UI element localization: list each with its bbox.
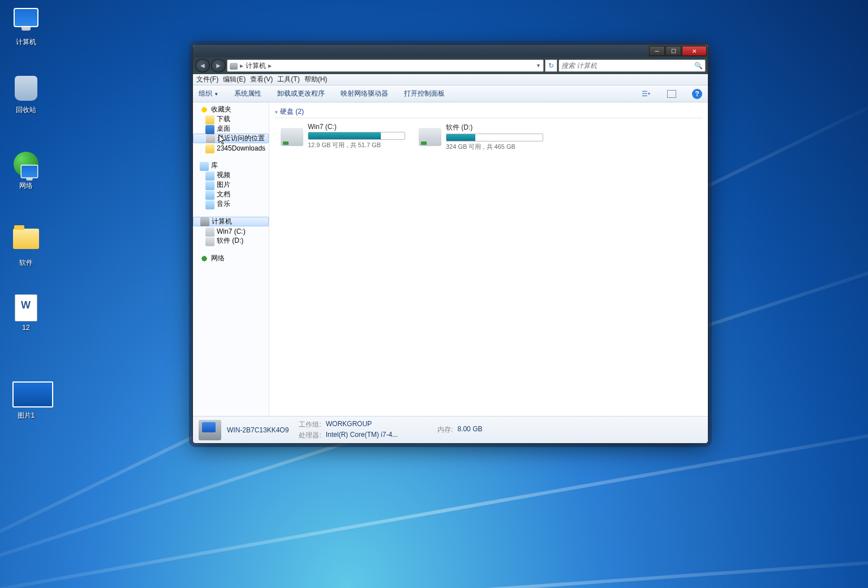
statusbar: WIN-2B7C13KK4O9 工作组: WORKGROUP 处理器: Inte… [193, 416, 708, 443]
desktop-icon-doc12[interactable]: 12 [2, 294, 50, 332]
drive-stat: 12.9 GB 可用 , 共 51.7 GB [308, 141, 405, 149]
drive-d[interactable]: 软件 (D:) 324 GB 可用 , 共 465 GB [419, 123, 543, 151]
sidebar-music[interactable]: 音乐 [193, 199, 269, 209]
drive-usage-bar [446, 134, 543, 141]
sidebar-pictures[interactable]: 图片 [193, 180, 269, 190]
workgroup-value: WORKGROUP [326, 420, 398, 430]
titlebar[interactable]: ─ ☐ ✕ [193, 45, 708, 57]
toolbar-uninstall[interactable]: 卸载或更改程序 [277, 89, 325, 98]
sidebar-downloads[interactable]: 下载 [193, 114, 269, 124]
drive-name: Win7 (C:) [308, 123, 405, 131]
toolbar: 组织 ▼ 系统属性 卸载或更改程序 映射网络驱动器 打开控制面板 ☰ ▾ ? [193, 85, 708, 102]
preview-pane-icon[interactable] [667, 90, 676, 98]
desktop-label: 网络 [2, 181, 50, 191]
computer-icon [230, 63, 238, 70]
desktop-label: 计算机 [2, 37, 50, 47]
toolbar-organize[interactable]: 组织 ▼ [199, 89, 218, 98]
forward-button[interactable]: ► [211, 59, 226, 72]
drive-icon [281, 128, 303, 146]
cpu-value: Intel(R) Core(TM) i7-4... [326, 431, 398, 440]
cpu-label: 处理器: [299, 431, 321, 440]
desktop-icon-recycle[interactable]: 回收站 [2, 76, 50, 115]
drive-icon [205, 237, 214, 246]
dropdown-icon[interactable]: ▼ [536, 63, 541, 68]
drive-c[interactable]: Win7 (C:) 12.9 GB 可用 , 共 51.7 GB [281, 123, 405, 151]
folder-icon [205, 144, 214, 153]
sidebar-2345downloads[interactable]: 2345Downloads [193, 143, 269, 153]
star-icon [200, 105, 209, 114]
desktop-label: 12 [2, 324, 50, 332]
close-button[interactable]: ✕ [682, 46, 707, 56]
sidebar-drive-c[interactable]: Win7 (C:) [193, 226, 269, 236]
recent-icon [206, 134, 215, 143]
breadcrumb-sep: ▸ [240, 62, 243, 70]
desktop-label: 软件 [2, 258, 50, 268]
sidebar-desktop[interactable]: 桌面 [193, 124, 269, 134]
menubar: 文件(F) 编辑(E) 查看(V) 工具(T) 帮助(H) [193, 74, 708, 85]
drive-icon [419, 128, 441, 146]
help-icon[interactable]: ? [692, 89, 702, 99]
navbar: ◄ ► ▸ 计算机 ▸ ▼ ↻ 🔍 [193, 57, 708, 74]
desktop-icon [205, 125, 214, 134]
mem-label: 内存: [437, 425, 453, 435]
menu-tools[interactable]: 工具(T) [277, 75, 299, 84]
picture-icon [205, 181, 214, 190]
mem-value: 8.00 GB [457, 425, 482, 435]
view-mode-icon[interactable]: ☰ ▾ [640, 88, 651, 100]
menu-help[interactable]: 帮助(H) [304, 75, 328, 84]
drive-icon [205, 228, 214, 237]
minimize-button[interactable]: ─ [649, 46, 665, 56]
sidebar-libraries[interactable]: 库 [193, 161, 269, 170]
desktop-icon-network[interactable]: 网络 [2, 152, 50, 191]
menu-file[interactable]: 文件(F) [196, 75, 218, 84]
section-header-disks[interactable]: ▾ 硬盘 (2) [275, 106, 702, 118]
drive-usage-bar [308, 132, 405, 140]
drive-stat: 324 GB 可用 , 共 465 GB [446, 143, 543, 151]
computer-name: WIN-2B7C13KK4O9 [227, 426, 289, 434]
desktop-label: 回收站 [2, 105, 50, 115]
sidebar-recent[interactable]: 最近访问的位置 [193, 134, 269, 143]
library-icon [200, 162, 209, 171]
sidebar-computer[interactable]: 计算机 [193, 217, 269, 226]
document-icon [205, 191, 214, 200]
address-bar[interactable]: ▸ 计算机 ▸ ▼ [227, 59, 544, 72]
sidebar-favorites[interactable]: 收藏夹 [193, 105, 269, 114]
collapse-icon[interactable]: ▾ [275, 109, 278, 115]
folder-icon [205, 115, 214, 125]
video-icon [205, 171, 214, 181]
menu-view[interactable]: 查看(V) [250, 75, 273, 84]
toolbar-controlpanel[interactable]: 打开控制面板 [404, 89, 445, 98]
computer-icon [199, 420, 221, 440]
sidebar-drive-d[interactable]: 软件 (D:) [193, 236, 269, 246]
drive-name: 软件 (D:) [446, 123, 543, 132]
toolbar-mapdrive[interactable]: 映射网络驱动器 [341, 89, 388, 98]
desktop-icon-pic1[interactable]: 图片1 [2, 381, 50, 420]
breadcrumb[interactable]: 计算机 [246, 61, 266, 71]
sidebar-videos[interactable]: 视频 [193, 170, 269, 180]
network-icon [200, 254, 209, 263]
sidebar-network[interactable]: 网络 [193, 254, 269, 263]
maximize-button[interactable]: ☐ [665, 46, 681, 56]
explorer-window: ─ ☐ ✕ ◄ ► ▸ 计算机 ▸ ▼ ↻ 🔍 文件(F) 编辑(E) 查看(V… [192, 44, 708, 444]
desktop-icon-software[interactable]: 软件 [2, 225, 50, 268]
search-box[interactable]: 🔍 [558, 59, 706, 72]
workgroup-label: 工作组: [299, 420, 321, 430]
menu-edit[interactable]: 编辑(E) [223, 75, 246, 84]
content-pane: ▾ 硬盘 (2) Win7 (C:) 12.9 GB 可用 , 共 51.7 G… [269, 102, 708, 416]
music-icon [205, 200, 214, 209]
section-label: 硬盘 (2) [280, 107, 304, 117]
desktop-label: 图片1 [2, 411, 50, 420]
sidebar-documents[interactable]: 文档 [193, 190, 269, 199]
breadcrumb-sep[interactable]: ▸ [268, 62, 272, 70]
computer-icon [200, 217, 209, 226]
refresh-button[interactable]: ↻ [545, 59, 557, 72]
desktop-icon-computer[interactable]: 计算机 [2, 8, 50, 47]
toolbar-sysprops[interactable]: 系统属性 [234, 89, 261, 98]
search-icon[interactable]: 🔍 [694, 62, 703, 70]
sidebar: 收藏夹 下载 桌面 最近访问的位置 2345Downloads 库 视频 图片 … [193, 102, 269, 416]
search-input[interactable] [561, 62, 694, 70]
back-button[interactable]: ◄ [195, 59, 210, 72]
